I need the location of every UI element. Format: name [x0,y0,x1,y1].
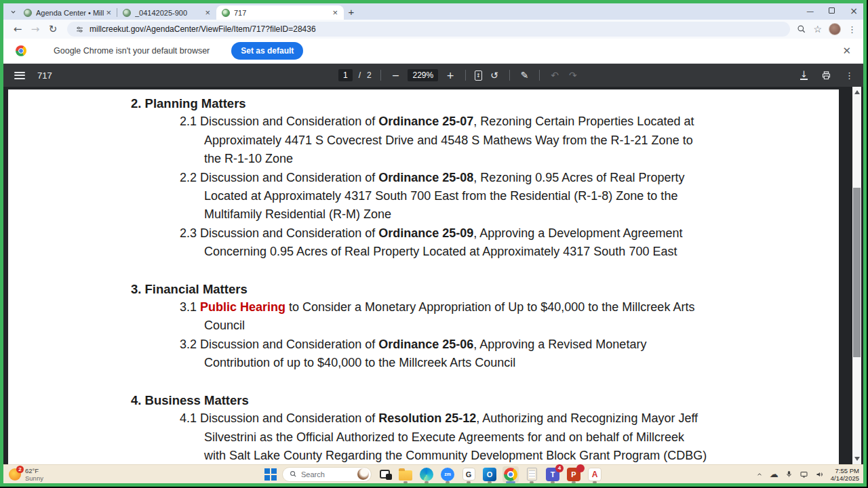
tray-time: 7:55 PM [831,467,859,474]
zoom-level-input[interactable]: 229% [408,69,438,81]
task-view-glyph [380,470,390,479]
pdf-more-menu-icon[interactable]: ⋮ [845,70,854,81]
address-input[interactable]: millcreekut.gov/AgendaCenter/ViewFile/It… [67,22,790,37]
item-text: Approximately 4471 S Covecrest Drive and… [204,134,693,147]
search-placeholder: Search [301,470,353,479]
taskbar-app-acrobat-icon[interactable]: A [587,466,603,483]
zoom-app-glyph: zm [441,468,454,481]
weather-text: 62°F Sunny [25,467,43,482]
banner-message: Google Chrome isn't your default browser [54,46,210,56]
network-display-icon[interactable] [800,470,808,479]
taskbar-center: Search zmGOT4PA [264,466,603,483]
zoom-indicator-icon[interactable] [797,24,806,34]
item-text: Located at Approximately 4317 South 700 … [204,189,677,203]
doc-section: 3. Financial Matters3.1 Public Hearing t… [131,280,812,373]
agenda-item: 2.3 Discussion and Consideration of Ordi… [131,224,812,262]
close-icon[interactable]: × [104,7,113,18]
zoom-out-button[interactable]: − [390,70,402,81]
tab-strip: Agenda Center • Millcreek, UT × _0414202… [3,3,863,20]
site-info-icon[interactable] [75,25,84,34]
taskbar-app-teams-icon[interactable]: T4 [545,466,561,483]
redo-icon[interactable]: ↷ [567,70,579,81]
item-text: the R-1-10 Zone [204,152,293,165]
zoom-in-button[interactable]: + [444,70,456,81]
tab-title: 717 [234,9,330,17]
acrobat-glyph: A [588,468,601,481]
pdf-menu-icon[interactable] [14,72,25,79]
back-icon[interactable]: ← [10,22,25,37]
tab-agenda-center[interactable]: Agenda Center • Millcreek, UT × [18,5,117,20]
taskbar-app-powerpoint-icon[interactable]: P [566,466,582,483]
rotate-icon[interactable]: ↺ [488,70,500,81]
scroll-down-icon[interactable] [854,457,860,461]
taskbar-app-zoom-app-icon[interactable]: zm [439,466,456,483]
notification-badge [576,464,585,472]
forward-icon[interactable]: → [28,22,43,37]
tab-agenda-pdf[interactable]: _04142025-900 × [117,5,216,20]
weather-widget[interactable]: 2 62°F Sunny [9,467,43,482]
search-daily-image [357,468,369,480]
profile-avatar[interactable] [829,23,841,35]
taskbar-app-task-view-icon[interactable] [376,466,393,483]
taskbar-search[interactable]: Search [282,467,372,482]
bookmark-star-icon[interactable]: ☆ [813,24,822,35]
taskbar-app-file-explorer-icon[interactable] [397,466,414,483]
taskbar-app-notepad-icon[interactable] [524,466,540,483]
fit-to-page-icon[interactable]: ↕ [475,70,482,81]
item-text: with Salt Lake County Regarding the Comm… [204,449,707,462]
browser-menu-icon[interactable]: ⋮ [848,24,856,35]
print-icon[interactable] [821,70,831,81]
start-button[interactable] [264,468,277,481]
url-text: millcreekut.gov/AgendaCenter/ViewFile/It… [90,24,316,34]
set-as-default-button[interactable]: Set as default [231,42,303,60]
taskbar-app-outlook-icon[interactable]: O [481,466,498,483]
pdf-toolbar: 717 1 / 2 − 229% + ↕ ↺ ✎ ↶ ↷ ↓ [3,64,863,87]
system-tray: ☁ 7:55 PM 4/14/2025 [756,467,859,482]
clock-widget[interactable]: 7:55 PM 4/14/2025 [831,467,859,482]
item-text: Discussion and Consideration of [200,171,378,184]
download-icon[interactable]: ↓ [800,70,808,80]
weather-condition: Sunny [25,474,43,482]
agenda-item: 2.1 Discussion and Consideration of Ordi… [131,113,812,168]
close-icon[interactable]: × [203,7,212,18]
reload-icon[interactable]: ↻ [45,22,60,37]
item-text: Discussion and Consideration of [200,411,378,425]
annotate-pen-icon[interactable]: ✎ [519,70,531,81]
pdf-title: 717 [37,70,52,81]
item-text: Multifamily Residential (R-M) Zone [204,207,391,221]
taskbar-app-chrome-icon[interactable] [502,466,519,483]
scroll-up-icon[interactable] [854,90,860,94]
notepad-glyph [527,468,537,481]
close-window-button[interactable]: × [850,5,858,16]
page-separator: / [359,70,361,80]
onedrive-cloud-icon[interactable]: ☁ [770,469,778,479]
scrollbar[interactable] [852,87,861,464]
page-total: 2 [367,70,372,80]
agenda-item: 3.2 Discussion and Consideration of Ordi… [131,336,812,373]
tab-717[interactable]: 717 × [216,5,344,20]
microphone-icon[interactable] [785,470,793,479]
doc-section: 4. Business Matters4.1 Discussion and Co… [131,391,812,464]
page-number-input[interactable]: 1 [338,69,353,81]
undo-icon[interactable]: ↶ [549,70,561,81]
item-text: to Consider a Monetary Appropriation of … [285,300,694,314]
pdf-page-controls: 1 / 2 − 229% + ↕ ↺ ✎ ↶ ↷ [338,64,579,87]
maximize-button[interactable] [829,7,835,16]
chevron-down-icon[interactable] [7,5,18,18]
minimize-button[interactable]: — [806,7,814,16]
screen-share-frame: Agenda Center • Millcreek, UT × _0414202… [0,0,867,487]
item-text: Concerning 0.95 Acres of Real Property L… [204,245,677,258]
running-indicator [593,481,597,483]
toolbar-right: ☆ ⋮ [797,23,856,35]
taskbar-app-google-app-icon[interactable]: G [460,466,477,483]
taskbar-app-edge-icon[interactable] [418,466,435,483]
tray-chevron-up-icon[interactable] [756,471,763,478]
speaker-icon[interactable] [815,470,824,479]
item-number: 3.1 [180,300,200,314]
new-tab-button[interactable]: + [344,4,359,19]
banner-close-icon[interactable]: ✕ [842,45,851,57]
scrollbar-thumb[interactable] [853,188,861,357]
item-text: Discussion and Consideration of [200,115,378,128]
item-text: , Rezoning 0.95 Acres of Real Property [473,171,684,184]
close-icon[interactable]: × [330,7,340,18]
